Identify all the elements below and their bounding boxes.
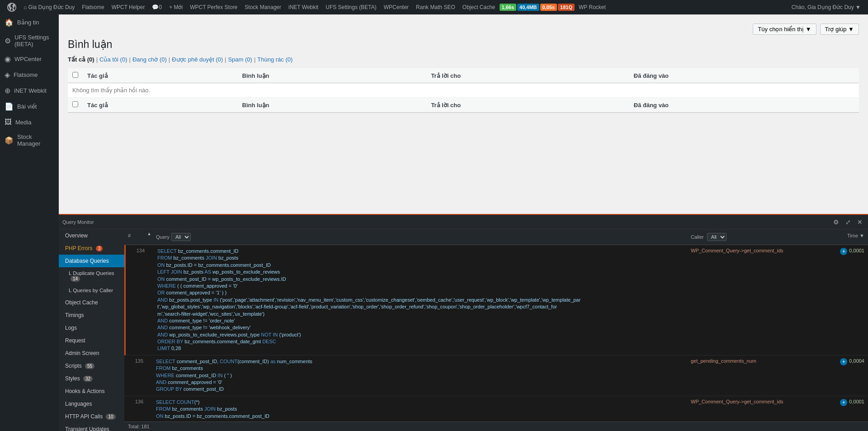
adminbar-perfex[interactable]: WPCT Perfex Store — [186, 0, 241, 14]
col-posted: Đã đăng vào — [629, 68, 859, 83]
scripts-badge: 55 — [85, 363, 94, 369]
row-expand-136[interactable]: + — [840, 399, 847, 406]
qm-nav-php-errors[interactable]: PHP Errors 3 — [59, 242, 124, 255]
help-button[interactable]: Trợ giúp ▼ — [820, 24, 859, 35]
adminbar-new[interactable]: + Mới — [165, 0, 186, 14]
adminbar-inet[interactable]: iNET Webkit — [285, 0, 322, 14]
sidebar-item-media[interactable]: 🖼 Media — [0, 114, 59, 130]
screen-options-bar: Tùy chọn hiển thị ▼ Trợ giúp ▼ — [68, 24, 859, 35]
adminbar-wpcenter[interactable]: WPCenter — [380, 0, 412, 14]
adminbar-greeting[interactable]: Chào, Gia Dụng Đức Duy ▼ — [788, 0, 864, 14]
qm-settings-button[interactable]: ⚙ — [831, 218, 841, 227]
wp-logo[interactable] — [4, 3, 20, 12]
qm-perf-bar[interactable]: 1,66s 40,4MB 0,05s 181Q — [499, 4, 576, 11]
inet-icon: ⊕ — [5, 86, 10, 95]
filter-trash[interactable]: Thùng rác (0) — [257, 56, 292, 63]
row-expand-135[interactable]: + — [840, 358, 847, 365]
filter-pending[interactable]: Đang chờ (0) — [132, 56, 167, 63]
qm-nav-admin-screen[interactable]: Admin Screen — [59, 347, 124, 360]
qm-panel: Query Monitor ⚙ ⤢ ✕ Overview PHP Errors … — [59, 214, 868, 431]
qm-panel-controls: ⚙ ⤢ ✕ — [831, 218, 864, 227]
qm-col-query-header: Query All — [152, 231, 687, 243]
comments-area: Tùy chọn hiển thị ▼ Trợ giúp ▼ Bình luận… — [59, 14, 868, 214]
adminbar-flatsome[interactable]: Flatsome — [78, 0, 108, 14]
sidebar-item-ufs[interactable]: ⚙ UFS Settings (BETA) — [0, 30, 59, 51]
screen-options-button[interactable]: Tùy chọn hiển thị ▼ — [753, 24, 816, 35]
qm-nav-object-cache[interactable]: Object Cache — [59, 296, 124, 309]
qm-col-caller-header: Caller All — [687, 231, 832, 243]
filter-mine[interactable]: Của tôi (0) — [99, 56, 127, 63]
qm-nav-overview[interactable]: Overview — [59, 229, 124, 242]
qm-title: Query Monitor — [62, 219, 94, 225]
row-query-135: SELECT comment_post_ID, COUNT(comment_ID… — [152, 355, 687, 396]
qm-nav-hooks[interactable]: Hooks & Actions — [59, 385, 124, 398]
comments-table: Tác giả Bình luận Trả lời cho Đã đăng và… — [68, 68, 859, 113]
qm-nav-logs[interactable]: Logs — [59, 322, 124, 334]
qm-nav-languages[interactable]: Languages — [59, 398, 124, 410]
col-reply-to: Trả lời cho — [426, 68, 629, 83]
site-icon: ⌂ — [24, 4, 27, 10]
qm-nav-styles[interactable]: Styles 32 — [59, 372, 124, 385]
sidebar-item-posts[interactable]: 📄 Bài viết — [0, 99, 59, 114]
sidebar-item-wpcenter[interactable]: ◉ WPCenter — [0, 51, 59, 67]
filter-spam[interactable]: Spam (0) — [228, 56, 252, 63]
stock-icon: 📦 — [5, 136, 14, 145]
filter-approved[interactable]: Được phê duyệt (0) — [172, 56, 223, 63]
qm-caller-filter[interactable]: All — [707, 233, 726, 241]
qm-nav-transient[interactable]: Transient Updates — [59, 423, 124, 431]
no-items-message: Không tìm thấy phản hồi nào. — [68, 83, 859, 98]
adminbar-wpct[interactable]: WPCT Helper — [108, 0, 149, 14]
sidebar-item-inet[interactable]: ⊕ iNET Webkit — [0, 83, 59, 99]
row-caller-135: get_pending_comments_num — [687, 355, 832, 366]
row-num-136: 136 — [124, 396, 147, 407]
adminbar-wp-rocket[interactable]: WP Rocket — [575, 0, 609, 14]
qm-close-button[interactable]: ✕ — [855, 218, 864, 227]
row-num-134: 134 — [126, 245, 148, 256]
table-footer-row: Tác giả Bình luận Trả lời cho Đã đăng và… — [68, 98, 859, 113]
select-all-checkbox-footer[interactable] — [72, 101, 78, 107]
sidebar-item-flatsome[interactable]: ◈ Flatsome — [0, 67, 59, 83]
qm-nav-timings[interactable]: Timings — [59, 309, 124, 322]
qm-nav-http-api[interactable]: HTTP API Calls 10 — [59, 410, 124, 423]
qm-col-time-header[interactable]: Time ▼ — [832, 231, 868, 243]
qm-table-body: 134 SELECT bz_comments.comment_ID FROM b… — [124, 245, 868, 422]
flatsome-icon: ◈ — [5, 71, 10, 79]
adminbar-rankmath[interactable]: Rank Math SEO — [412, 0, 459, 14]
qm-main-area: # ▲ Query All Caller All — [124, 229, 868, 431]
row-query-136: SELECT COUNT(*) FROM bz_comments JOIN bz… — [152, 396, 687, 422]
qm-nav-db-queries[interactable]: Database Queries — [59, 255, 124, 267]
row-expand-134[interactable]: + — [840, 248, 847, 255]
qm-query-filter[interactable]: All — [171, 233, 191, 241]
qm-nav-request[interactable]: Request — [59, 334, 124, 347]
filter-all[interactable]: Tất cả (0) — [68, 56, 94, 63]
sidebar-item-stock[interactable]: 📦 Stock Manager — [0, 130, 59, 151]
dashboard-icon: 🏠 — [5, 18, 14, 27]
admin-bar: ⌂ Gia Dụng Đức Duy Flatsome WPCT Helper … — [0, 0, 868, 14]
http-badge: 10 — [106, 414, 115, 420]
comment-filters: Tất cả (0) | Của tôi (0) | Đang chờ (0) … — [68, 56, 859, 63]
qm-col-num-header: # — [124, 231, 147, 243]
table-row: 136 SELECT COUNT(*) FROM bz_comments JOI… — [124, 396, 868, 422]
adminbar-stock[interactable]: Stock Manager — [241, 0, 285, 14]
qm-nav-scripts[interactable]: Scripts 55 — [59, 360, 124, 372]
dup-queries-badge: 14 — [71, 276, 80, 282]
sidebar-item-dashboard[interactable]: 🏠 Bảng tin — [0, 14, 59, 30]
adminbar-comments[interactable]: 💬 0 — [148, 0, 165, 14]
col-checkbox-footer — [68, 98, 83, 113]
qm-nav-dup-queries[interactable]: L Duplicate Queries 14 — [59, 267, 124, 284]
table-header-row: Tác giả Bình luận Trả lời cho Đã đăng và… — [68, 68, 859, 83]
qm-footer: Total: 181 — [124, 422, 868, 431]
row-caller-136: WP_Comment_Query->get_comment_ids — [687, 396, 832, 407]
posts-icon: 📄 — [5, 102, 14, 111]
adminbar-ufs[interactable]: UFS Settings (BETA) — [322, 0, 380, 14]
table-row: 134 SELECT bz_comments.comment_ID FROM b… — [124, 245, 868, 355]
adminbar-objectcache[interactable]: Object Cache — [459, 0, 499, 14]
qm-nav-queries-by-caller[interactable]: L Queries by Caller — [59, 284, 124, 296]
qm-body: Overview PHP Errors 3 Database Queries L… — [59, 229, 868, 431]
qm-expand-button[interactable]: ⤢ — [844, 218, 853, 227]
admin-sidebar: 🏠 Bảng tin ⚙ UFS Settings (BETA) ◉ WPCen… — [0, 14, 59, 431]
adminbar-site[interactable]: ⌂ Gia Dụng Đức Duy — [20, 0, 78, 14]
perf-memory: 40,4MB — [517, 4, 539, 11]
adminbar-right: Chào, Gia Dụng Đức Duy ▼ — [788, 0, 864, 14]
select-all-checkbox[interactable] — [72, 72, 78, 78]
